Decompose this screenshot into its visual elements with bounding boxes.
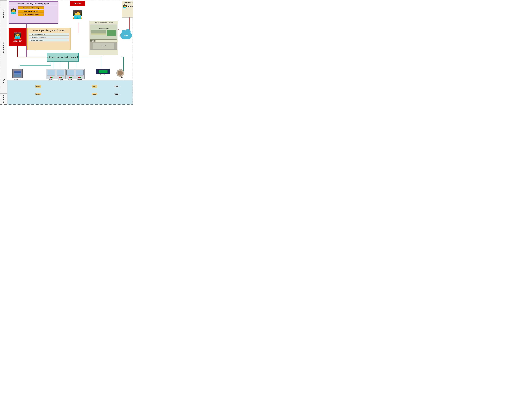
reg615-device — [56, 69, 65, 79]
ref615-btn-r — [50, 77, 51, 78]
nsma-content: 👩‍💻 Cyber-attack Monitoring Cyber-attack… — [10, 6, 57, 16]
ras-screen-row-4 — [91, 33, 106, 34]
com600-inner: ■■■■■ ABB — [93, 43, 115, 49]
nsma-items: Cyber-attack Monitoring Cyber-attack Ana… — [18, 6, 44, 16]
msc-items: PCM: Relay configuration SAB: COM600 con… — [29, 33, 69, 41]
rem615-box: REM615 — [65, 69, 75, 81]
selpmu-box: SEL PMU — [96, 69, 110, 75]
vtct3-box: VT&CT — [35, 93, 41, 95]
remote-user-label: Legitimate User — [128, 6, 133, 7]
remote-title: Remote Access — [124, 2, 133, 4]
selpmu-label: SEL PMU — [100, 74, 106, 75]
nsma-item-1: Cyber-attack Monitoring — [18, 6, 44, 9]
ras-screen-left — [91, 30, 106, 36]
nsma-person-icon: 👩‍💻 — [10, 8, 17, 15]
ras-screen-right — [107, 30, 116, 36]
ret615-buttons — [78, 77, 81, 78]
vtct1-box: VT&CT — [35, 85, 41, 87]
msc-box: Main Supervisory and Control PCM: Relay … — [27, 28, 71, 50]
msc-item-2: SAB: COM600 configuration — [29, 36, 69, 38]
process-layer: VT&CT VT&CT VT&CT VT&CT Load ⊣ Load ⊣ — [7, 80, 133, 105]
reg615-btn-g — [61, 77, 62, 78]
com600-device: ■■■■■ ABB — [90, 42, 117, 50]
nsma-title: Network Security Monitoring Agent — [10, 2, 57, 5]
ref615-device — [46, 69, 56, 79]
ret615-box: RET615 — [75, 69, 85, 81]
smeter-dial — [118, 71, 123, 75]
reg615-buttons — [59, 77, 62, 78]
vtct1-label: VT&CT — [35, 85, 41, 88]
load1-box: Load ⊣ — [114, 85, 120, 87]
load2-box: Load ⊣ — [114, 93, 120, 95]
ecn-box: Ethernet Communication Network — [47, 53, 79, 61]
vtct3-label: VT&CT — [35, 93, 41, 95]
remote-content: 👩‍💻 Legitimate User — [122, 4, 133, 9]
reg615-btn-r — [59, 77, 60, 78]
ret615-btn-r — [78, 77, 80, 78]
ret615-device — [75, 69, 85, 79]
remote-box: Remote Access 👩‍💻 Legitimate User — [122, 1, 133, 17]
vtct4-label: VT&CT — [91, 93, 97, 95]
load2-symbol: ⊣ — [119, 93, 120, 95]
com600-text: ■■■■■ ABB — [101, 45, 106, 46]
layer-process: Process — [0, 93, 7, 105]
ref615-box: REF615 — [46, 69, 56, 81]
ref615-buttons — [50, 77, 52, 78]
plc-device — [12, 69, 23, 78]
ras-title: Real Automation System — [90, 22, 117, 24]
layer-bay: Bay — [0, 68, 7, 93]
plc-label: SIMENS PLC — [14, 78, 21, 80]
ret615-screen — [76, 70, 84, 75]
rem615-btn-r — [69, 77, 70, 78]
load1-label: Load — [114, 86, 118, 87]
load2-label: Load — [114, 93, 118, 95]
wan-cloud: WAN — [120, 30, 133, 41]
ras-screen-row-3 — [91, 32, 106, 33]
ret615-btn-g — [80, 77, 81, 78]
smeter-label: Smart Meter — [117, 77, 124, 79]
smeter-box: Smart Meter — [117, 69, 124, 79]
cloud-shape: WAN — [120, 31, 132, 39]
reg615-box: REG615 — [56, 69, 65, 81]
plc-box: SIMENS PLC — [12, 69, 23, 80]
selpmu-screen — [99, 70, 107, 73]
rem615-device — [65, 69, 75, 79]
reg615-screen — [57, 70, 64, 75]
msc-title: Main Supervisory and Control — [29, 29, 69, 32]
msc-item-3: Power System Analysis — [29, 39, 69, 41]
attacker-box-top: Attacker — [70, 1, 85, 6]
nsma-box: Network Security Monitoring Agent 👩‍💻 Cy… — [9, 1, 58, 24]
ras-screen-content — [91, 30, 117, 36]
com600-label: COM600 — [90, 40, 117, 42]
main-container: Network Substation Bay Process — [0, 0, 133, 105]
layer-substation: Substation — [0, 27, 7, 68]
ref615-btn-g — [51, 77, 52, 78]
nsma-item-2: Cyber-attack Analysis — [18, 10, 44, 13]
vtct2-label: VT&CT — [91, 85, 97, 88]
rem615-btn-g — [70, 77, 72, 78]
selpmu-device — [96, 69, 110, 74]
ref615-screen — [47, 70, 55, 75]
content-area: Network Security Monitoring Agent 👩‍💻 Cy… — [7, 0, 133, 105]
ras-box: Real Automation System Substation contro… — [89, 21, 118, 55]
plc-row1 — [14, 71, 21, 73]
vtct4-box: VT&CT — [91, 93, 97, 95]
rem615-buttons — [69, 77, 72, 78]
layer-labels: Network Substation Bay Process — [0, 0, 7, 105]
ras-screen-title: Substation control — [99, 28, 109, 29]
rem615-screen — [66, 70, 74, 75]
load1-symbol: ⊣ — [119, 85, 120, 87]
smeter-device — [117, 69, 124, 77]
plc-row2 — [14, 73, 21, 74]
remote-person-icon: 👩‍💻 — [122, 4, 127, 9]
layer-network: Network — [0, 0, 7, 27]
nsma-item-3: Cyber-attack Mitigation — [18, 13, 44, 16]
ecn-title: Ethernet Communication Network — [47, 56, 78, 58]
msc-item-1: PCM: Relay configuration — [29, 33, 69, 35]
ras-screen: Substation control — [90, 24, 117, 40]
ras-screen-row-2 — [91, 31, 106, 32]
attacker-figure-top: 🧑‍💻 — [70, 6, 85, 23]
vtct2-box: VT&CT — [91, 85, 97, 87]
plc-inner — [14, 71, 21, 77]
ras-screen-row-1 — [91, 30, 106, 31]
